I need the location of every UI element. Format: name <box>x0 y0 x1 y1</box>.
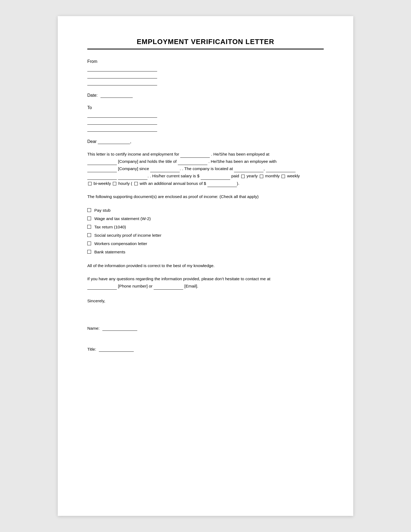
blank-address[interactable] <box>87 179 117 180</box>
blank-company-2[interactable] <box>87 172 117 172</box>
para2-text: The following supporting document(s) are… <box>87 194 259 199</box>
from-line-2[interactable] <box>87 73 157 78</box>
body-paragraph-3: All of the information provided is corre… <box>87 262 324 269</box>
checkbox-label-workers-comp: Workers compensation letter <box>94 239 147 248</box>
sincerely-section: Sincerely, <box>87 297 324 304</box>
date-field[interactable] <box>100 98 133 98</box>
blank-zip[interactable] <box>118 179 147 180</box>
biweekly-label: bi-weekly <box>93 181 111 186</box>
para1-text-4: . He/She has been an employee with <box>208 159 276 164</box>
yearly-label: yearly <box>247 174 258 178</box>
checkbox-item-workers-comp: Workers compensation letter <box>87 239 324 248</box>
checkbox-item-social-security: Social security proof of income letter <box>87 231 324 239</box>
blank-salary[interactable] <box>201 179 230 180</box>
weekly-label: weekly <box>287 174 300 178</box>
checkbox-item-bank-statements: Bank statements <box>87 248 324 256</box>
checkbox-pay-stub[interactable] <box>87 208 91 212</box>
document-checklist: Pay stub Wage and tax statement (W-2) Ta… <box>87 206 324 256</box>
name-label: Name: <box>87 326 100 330</box>
para1-text-6: . The company is located at <box>182 166 233 171</box>
document-page: EMPLOYMENT VERIFICAITON LETTER From Date… <box>58 16 353 516</box>
to-line-2[interactable] <box>87 119 157 125</box>
blank-email[interactable] <box>154 289 183 290</box>
to-line-3[interactable] <box>87 126 157 132</box>
to-label: To <box>87 105 324 110</box>
para4-text-1: If you have any questions regarding the … <box>87 276 271 281</box>
title-field[interactable] <box>99 351 134 352</box>
para1-text-3: [Company] and holds the title of <box>118 159 176 164</box>
blank-bonus[interactable] <box>207 187 237 187</box>
date-row: Date: <box>87 93 324 98</box>
bonus-text: with an additional annual bonus of $ <box>140 181 206 186</box>
title-divider <box>87 49 324 49</box>
checkbox-label-pay-stub: Pay stub <box>94 206 110 214</box>
checkbox-item-w2: Wage and tax statement (W-2) <box>87 214 324 223</box>
body-paragraph-1: This letter is to certify income and emp… <box>87 150 324 187</box>
dear-label: Dear <box>87 139 97 144</box>
hourly-label: hourly <box>118 181 130 186</box>
blank-phone[interactable] <box>87 289 117 290</box>
checkbox-1040[interactable] <box>87 225 91 229</box>
to-line-1[interactable] <box>87 112 157 118</box>
checkbox-social-security[interactable] <box>87 233 91 237</box>
from-line-3[interactable] <box>87 80 157 85</box>
title-line: Title: <box>87 347 324 352</box>
para1-text-1: This letter is to certify income and emp… <box>87 152 179 156</box>
date-label: Date: <box>87 93 98 98</box>
title-label: Title: <box>87 347 96 351</box>
dear-field[interactable] <box>98 144 130 144</box>
blank-state[interactable] <box>266 172 295 172</box>
para1-text-8: paid <box>231 174 239 178</box>
para4-text-3: [Email]. <box>184 284 198 288</box>
checkbox-w2[interactable] <box>87 217 91 220</box>
checkbox-bank-statements[interactable] <box>87 250 91 254</box>
blank-since[interactable] <box>150 172 180 172</box>
blank-company-1[interactable] <box>87 165 117 165</box>
blank-city[interactable] <box>234 172 264 172</box>
checkbox-monthly[interactable] <box>260 175 263 178</box>
to-section: To <box>87 105 324 132</box>
from-line-1[interactable] <box>87 66 157 71</box>
document-title: EMPLOYMENT VERIFICAITON LETTER <box>87 38 324 46</box>
checkbox-label-social-security: Social security proof of income letter <box>94 231 161 239</box>
monthly-label: monthly <box>265 174 280 178</box>
name-field[interactable] <box>102 330 137 331</box>
checkbox-hourly[interactable] <box>113 182 116 185</box>
para3-text: All of the information provided is corre… <box>87 263 215 268</box>
checkbox-label-bank-statements: Bank statements <box>94 248 125 256</box>
body-paragraph-2: The following supporting document(s) are… <box>87 193 324 200</box>
checkbox-item-pay-stub: Pay stub <box>87 206 324 214</box>
checkbox-workers-comp[interactable] <box>87 242 91 245</box>
checkbox-yearly[interactable] <box>241 175 245 178</box>
checkbox-bonus[interactable] <box>134 182 138 185</box>
employee-name-field[interactable] <box>180 157 210 158</box>
para1-text-5: [Company] since <box>118 166 149 171</box>
checkbox-biweekly[interactable] <box>88 182 92 185</box>
checkbox-item-1040: Tax return (1040) <box>87 223 324 231</box>
dear-row: Dear , <box>87 139 324 144</box>
para1-text-2: . He/She has been employed at <box>211 152 269 156</box>
blank-title[interactable] <box>178 165 207 165</box>
from-label: From <box>87 59 324 64</box>
checkbox-label-1040: Tax return (1040) <box>94 223 126 231</box>
para1-text-7: . His/her current salary is $ <box>150 174 199 178</box>
body-paragraph-4: If you have any questions regarding the … <box>87 275 324 290</box>
sincerely-text: Sincerely, <box>87 297 324 304</box>
name-line: Name: <box>87 326 324 331</box>
checkbox-label-w2: Wage and tax statement (W-2) <box>94 214 151 223</box>
from-section: From <box>87 59 324 85</box>
checkbox-weekly[interactable] <box>282 175 285 178</box>
para4-text-2: [Phone number] or <box>118 284 152 288</box>
